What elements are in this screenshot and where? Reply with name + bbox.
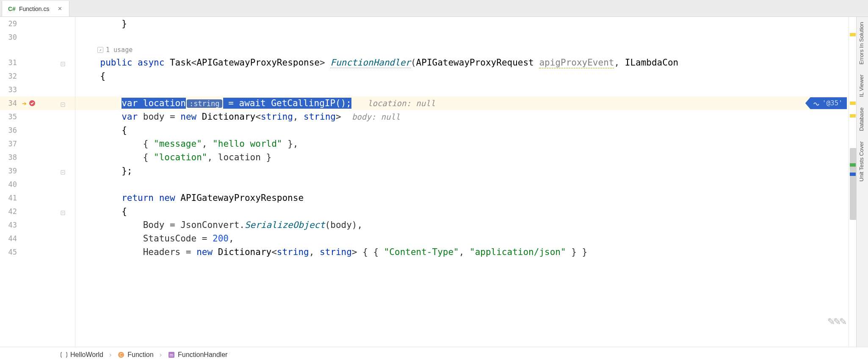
breadcrumb-label: FunctionHandler [178,351,227,359]
error-stripe-marker[interactable] [850,33,856,36]
line-number: 39 [0,167,19,175]
line-number: 43 [0,221,19,229]
code-line[interactable]: Body = JsonConvert.SerializeObject(body)… [75,218,849,232]
code-line[interactable]: { "message", "hello world" }, [75,137,849,151]
editor-tab[interactable]: C# Function.cs ✕ [2,1,69,16]
line-number: 35 [0,112,19,121]
gutter-line[interactable]: 41 [0,191,75,205]
line-number: 40 [0,180,19,189]
bookmark-flag[interactable]: '@35' [805,97,847,109]
code-line[interactable]: Headers = new Dictionary<string, string>… [75,245,849,259]
code-line[interactable]: StatusCode = 200, [75,232,849,245]
code-line[interactable]: { "location", location } [75,151,849,164]
chevron-right-icon: › [109,351,111,359]
code-line[interactable]: var location:string = await GetCallingIP… [75,96,849,110]
code-line[interactable]: var body = new Dictionary<string, string… [75,110,849,123]
editor-tab-bar: C# Function.cs ✕ [0,0,868,17]
right-tool-strip: Errors In SolutionIL ViewerDatabaseUnit … [856,17,868,347]
scrollbar-thumb[interactable] [850,148,857,220]
usage-hint[interactable]: ↗1 usage [75,44,849,56]
error-stripe-marker[interactable] [850,173,856,176]
usage-nav-icon[interactable]: ↗ [97,47,103,53]
gutter-line[interactable]: 38 [0,151,75,164]
line-number: 33 [0,85,19,94]
line-number: 45 [0,248,19,256]
error-stripe-marker[interactable] [850,101,856,105]
inspection-pencils-icon[interactable]: ✎✎✎ [827,316,845,327]
code-line[interactable] [75,178,849,191]
code-line[interactable] [75,83,849,96]
tool-window-tab[interactable]: Database [857,102,866,136]
line-number: 36 [0,126,19,134]
gutter-line[interactable]: 37 [0,137,75,151]
code-line[interactable]: public async Task<APIGatewayProxyRespons… [75,56,849,69]
gutter-line[interactable]: 29 [0,17,75,30]
type-hint-badge: :string [187,99,222,108]
gutter-line[interactable]: 42 [0,205,75,218]
gutter-line[interactable]: 30 [0,30,75,44]
gutter-line[interactable]: 43 [0,218,75,232]
gutter-line[interactable]: 45 [0,245,75,259]
execution-pointer-icon: ➔ [22,99,27,108]
line-number: 42 [0,207,19,216]
squiggle-icon [813,100,820,107]
gutter-line[interactable] [0,44,75,56]
gutter-line[interactable]: 32 [0,69,75,83]
close-icon[interactable]: ✕ [57,5,63,12]
error-stripe-marker[interactable] [850,163,856,167]
gutter-line[interactable]: 39 [0,164,75,178]
class-icon: C [117,351,125,359]
breadcrumb-item[interactable]: mFunctionHandler [165,350,230,359]
gutter-line[interactable]: 33 [0,83,75,96]
gutter-line[interactable]: 40 [0,178,75,191]
svg-text:C: C [120,353,123,357]
line-number: 37 [0,140,19,148]
method-icon: m [168,351,175,359]
inline-value-hint: body: null [352,112,400,121]
line-number: 29 [0,19,19,28]
line-number: 31 [0,58,19,67]
svg-text:m: m [170,353,173,357]
breadcrumb-bar: HelloWorld›CFunction›mFunctionHandler [0,347,868,362]
tool-window-tab[interactable]: Errors In Solution [857,17,866,69]
breakpoint-icon[interactable] [28,99,36,107]
line-number: 32 [0,72,19,80]
csharp-file-icon: C# [8,5,16,12]
tool-window-tab[interactable]: IL Viewer [857,69,866,102]
tab-filename: Function.cs [19,5,53,12]
breadcrumb-label: Function [127,351,153,359]
usage-count: 1 usage [106,43,133,57]
gutter-line[interactable]: 34➔ [0,96,75,110]
gutter-line[interactable]: 31 [0,56,75,69]
namespace-icon [60,351,68,359]
breadcrumb-item[interactable]: CFunction [115,350,156,359]
chevron-right-icon: › [160,351,162,359]
fold-toggle-icon[interactable] [60,101,66,106]
gutter-line[interactable]: 44 [0,232,75,245]
error-stripe-marker[interactable] [850,114,856,118]
code-editor[interactable]: }↗1 usage public async Task<APIGatewayPr… [75,17,849,347]
breadcrumb-label: HelloWorld [70,351,103,359]
fold-toggle-icon[interactable] [60,209,66,214]
editor-gutter: 293031323334➔3536373839404142434445 [0,17,75,347]
code-line[interactable]: { [75,205,849,218]
fold-toggle-icon[interactable] [60,168,66,174]
gutter-line[interactable]: 35 [0,110,75,123]
code-line[interactable]: return new APIGatewayProxyResponse [75,191,849,205]
code-line[interactable]: } [75,17,849,30]
code-line[interactable]: { [75,123,849,137]
bookmark-label: '@35' [822,96,843,110]
line-number: 34 [0,99,19,107]
code-line[interactable]: { [75,69,849,83]
tool-window-tab[interactable]: Unit Tests Cover [857,136,866,186]
code-line[interactable]: }; [75,164,849,178]
line-number: 38 [0,153,19,162]
line-number: 41 [0,194,19,202]
gutter-line[interactable]: 36 [0,123,75,137]
error-stripe[interactable] [849,17,856,347]
breadcrumb-item[interactable]: HelloWorld [58,350,106,359]
line-number: 44 [0,234,19,243]
line-number: 30 [0,33,19,41]
code-line[interactable] [75,30,849,44]
fold-toggle-icon[interactable] [60,60,66,66]
